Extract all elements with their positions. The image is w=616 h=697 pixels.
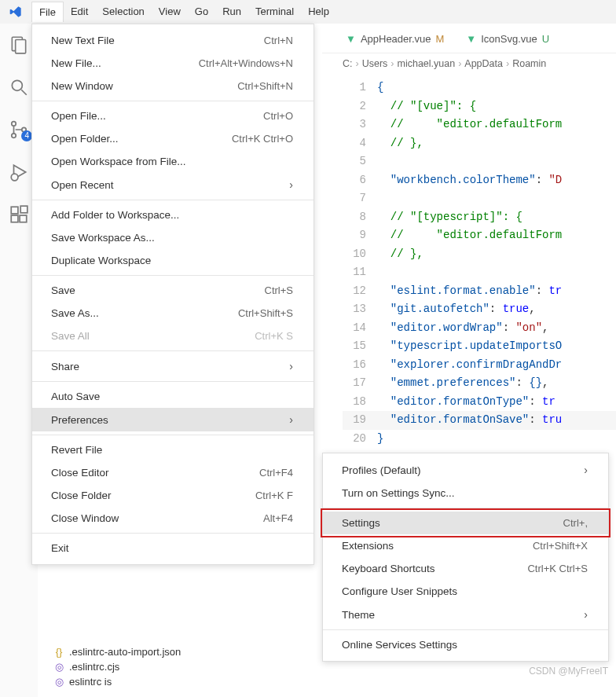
pref-menu-theme[interactable]: Theme› [323, 603, 608, 626]
file-menu-new-window[interactable]: New WindowCtrl+Shift+N [32, 75, 314, 97]
menu-file[interactable]: File [31, 2, 64, 22]
file-menu-share[interactable]: Share› [32, 354, 314, 378]
code-content: "workbench.colorTheme": "D [377, 171, 562, 190]
file-menu-open-folder[interactable]: Open Folder...Ctrl+K Ctrl+O [32, 127, 314, 150]
file-menu-exit[interactable]: Exit [32, 537, 314, 559]
menu-go[interactable]: Go [188, 2, 215, 22]
pref-menu-keyboard-shortcuts[interactable]: Keyboard ShortcutsCtrl+K Ctrl+S [323, 557, 608, 580]
code-line[interactable]: 16 "explorer.confirmDragAndDr [343, 356, 616, 375]
line-number: 16 [343, 356, 377, 375]
code-line[interactable]: 10 // }, [343, 245, 616, 264]
code-content: "editor.formatOnSave": tru [377, 411, 562, 430]
file-menu-new-file[interactable]: New File...Ctrl+Alt+Windows+N [32, 52, 314, 75]
menu-selection[interactable]: Selection [95, 2, 151, 22]
file-menu-close-window[interactable]: Close WindowAlt+F4 [32, 507, 314, 530]
menu-separator [32, 200, 314, 200]
file-menu-duplicate-workspace[interactable]: Duplicate Workspace [32, 249, 314, 272]
menu-separator [32, 533, 314, 534]
code-line[interactable]: 8 // "[typescript]": { [343, 208, 616, 227]
breadcrumb-segment[interactable]: michael.yuan [398, 58, 456, 69]
menu-item-shortcut: Ctrl+O [263, 110, 293, 122]
tab-iconsvg-vue[interactable]: ▼IconSvg.vue U [466, 33, 549, 45]
tab-appheader-vue[interactable]: ▼AppHeader.vue M [346, 33, 444, 45]
code-content: "editor.formatOnType": tr [377, 393, 556, 412]
code-line[interactable]: 15 "typescript.updateImportsO [343, 337, 616, 356]
pref-menu-configure-user-snippets[interactable]: Configure User Snippets [323, 580, 608, 603]
pref-menu-profiles-default[interactable]: Profiles (Default)› [323, 458, 608, 482]
menu-item-label: Auto Save [51, 391, 100, 402]
code-line[interactable]: 20} [343, 430, 616, 449]
file-menu-preferences[interactable]: Preferences› [32, 408, 314, 431]
breadcrumb-segment[interactable]: Roamin [512, 58, 546, 69]
menu-view[interactable]: View [152, 2, 188, 22]
run-debug-icon[interactable] [9, 162, 29, 182]
file-icon: ◎ [53, 661, 64, 673]
file-menu-close-editor[interactable]: Close EditorCtrl+F4 [32, 461, 314, 484]
file-menu-save[interactable]: SaveCtrl+S [32, 279, 314, 302]
breadcrumb-segment[interactable]: AppData [464, 58, 503, 69]
code-line[interactable]: 18 "editor.formatOnType": tr [343, 393, 616, 412]
line-number: 15 [343, 337, 377, 356]
code-line[interactable]: 1{ [343, 79, 616, 97]
explorer-item[interactable]: ◎.eslintrc.cjs [53, 659, 181, 674]
code-line[interactable]: 11 [343, 263, 616, 282]
menu-item-label: Theme [342, 609, 375, 621]
explorer-item[interactable]: ◎eslintrc is [53, 674, 181, 689]
source-control-icon[interactable]: 4 [9, 119, 29, 140]
code-line[interactable]: 12 "eslint.format.enable": tr [343, 282, 616, 301]
extensions-icon[interactable] [9, 204, 29, 225]
pref-menu-extensions[interactable]: ExtensionsCtrl+Shift+X [323, 534, 608, 557]
code-line[interactable]: 6 "workbench.colorTheme": "D [343, 171, 616, 190]
code-content: // }, [377, 134, 424, 153]
code-line[interactable]: 17 "emmet.preferences": {}, [343, 374, 616, 393]
file-menu-auto-save[interactable]: Auto Save [32, 385, 314, 408]
code-line[interactable]: 7 [343, 189, 616, 208]
menu-item-label: Save [51, 284, 75, 296]
line-number: 3 [343, 116, 377, 134]
code-line[interactable]: 5 [343, 152, 616, 171]
code-content: "editor.wordWrap": "on", [377, 319, 548, 338]
pref-menu-settings[interactable]: SettingsCtrl+, [323, 512, 608, 534]
breadcrumb-segment[interactable]: Users [362, 58, 388, 69]
menu-edit[interactable]: Edit [64, 2, 95, 22]
menu-terminal[interactable]: Terminal [248, 2, 301, 22]
tab-label: AppHeader.vue [361, 33, 431, 45]
file-menu-new-text-file[interactable]: New Text FileCtrl+N [32, 29, 314, 52]
file-menu-close-folder[interactable]: Close FolderCtrl+K F [32, 484, 314, 507]
code-line[interactable]: 9 // "editor.defaultForm [343, 226, 616, 245]
menu-item-shortcut: Ctrl+, [563, 517, 588, 529]
file-menu-save-as[interactable]: Save As...Ctrl+Shift+S [32, 302, 314, 325]
breadcrumb[interactable]: C:›Users›michael.yuan›AppData›Roamin [343, 58, 616, 69]
menu-separator [32, 350, 314, 351]
pref-menu-turn-on-settings-sync[interactable]: Turn on Settings Sync... [323, 482, 608, 504]
code-line[interactable]: 4 // }, [343, 134, 616, 153]
file-menu-open-file[interactable]: Open File...Ctrl+O [32, 105, 314, 127]
menu-help[interactable]: Help [301, 2, 336, 22]
file-menu-revert-file[interactable]: Revert File [32, 438, 314, 461]
file-menu-open-workspace-from-file[interactable]: Open Workspace from File... [32, 150, 314, 173]
code-line[interactable]: 2 // "[vue]": { [343, 97, 616, 116]
code-line[interactable]: 3 // "editor.defaultForm [343, 116, 616, 134]
file-menu-open-recent[interactable]: Open Recent› [32, 173, 314, 196]
code-content: "emmet.preferences": {}, [377, 374, 548, 393]
code-line[interactable]: 14 "editor.wordWrap": "on", [343, 319, 616, 338]
menu-item-label: Keyboard Shortcuts [342, 563, 435, 574]
explorer-icon[interactable] [9, 35, 29, 55]
menu-item-shortcut: Ctrl+Shift+S [238, 307, 293, 319]
menu-item-shortcut: Ctrl+N [264, 35, 293, 46]
code-editor[interactable]: 1{2 // "[vue]": {3 // "editor.defaultFor… [343, 79, 616, 448]
explorer-item[interactable]: {}.eslintrc-auto-import.json [53, 644, 181, 659]
menu-item-label: Open Folder... [51, 133, 119, 145]
breadcrumb-segment[interactable]: C: [343, 58, 353, 69]
file-menu-add-folder-to-workspace[interactable]: Add Folder to Workspace... [32, 204, 314, 226]
line-number: 10 [343, 245, 377, 264]
menu-item-label: Settings [342, 517, 380, 529]
pref-menu-online-services-settings[interactable]: Online Services Settings [323, 633, 608, 656]
file-name: eslintrc is [69, 676, 112, 688]
line-number: 5 [343, 152, 377, 171]
search-icon[interactable] [9, 77, 29, 97]
code-line[interactable]: 13 "git.autofetch": true, [343, 300, 616, 319]
file-menu-save-workspace-as[interactable]: Save Workspace As... [32, 226, 314, 249]
menu-run[interactable]: Run [215, 2, 248, 22]
code-line[interactable]: 19 "editor.formatOnSave": tru [343, 411, 616, 430]
